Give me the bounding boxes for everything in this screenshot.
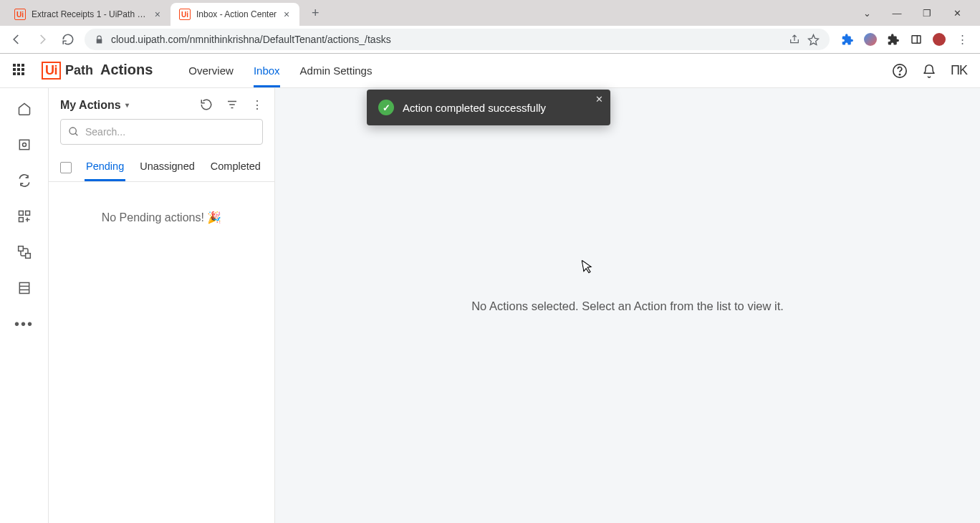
toast-message: Action completed successfully — [403, 102, 546, 114]
user-initials[interactable]: ΠK — [951, 63, 967, 78]
search-icon — [68, 126, 80, 138]
select-all-checkbox[interactable] — [60, 162, 72, 173]
svg-rect-9 — [18, 246, 23, 251]
connections-icon[interactable] — [16, 244, 32, 260]
svg-rect-6 — [19, 211, 23, 216]
svg-line-18 — [75, 133, 77, 135]
app-launcher-icon[interactable] — [13, 64, 27, 78]
apps-add-icon[interactable] — [16, 208, 32, 224]
svg-rect-11 — [19, 283, 29, 294]
logo-path: Path — [65, 63, 93, 78]
nav-admin-settings[interactable]: Admin Settings — [300, 54, 373, 87]
reload-button[interactable] — [59, 30, 77, 49]
browser-chrome: Ui Extract Receipts 1 - UiPath Studio × … — [0, 0, 980, 54]
inbox-header: My Actions ▾ ⋮ — [49, 88, 274, 119]
tab-completed[interactable]: Completed — [209, 153, 262, 181]
svg-rect-7 — [25, 211, 29, 216]
sync-icon[interactable] — [16, 173, 32, 188]
svg-rect-10 — [25, 254, 30, 259]
back-button[interactable] — [7, 30, 26, 49]
inbox-panel: My Actions ▾ ⋮ Pendi — [49, 88, 275, 523]
empty-state: No Pending actions! 🎉 — [49, 182, 274, 253]
logo[interactable]: UiPath Actions — [42, 62, 153, 80]
svg-point-17 — [69, 128, 76, 134]
success-toast: ✓ Action completed successfully ✕ — [367, 90, 610, 125]
filter-icon[interactable] — [226, 98, 239, 112]
svg-rect-4 — [19, 140, 29, 149]
profile-avatar-icon[interactable] — [933, 33, 946, 46]
left-rail: ••• — [0, 88, 49, 523]
svg-point-5 — [22, 143, 26, 147]
my-actions-dropdown[interactable]: My Actions ▾ — [60, 99, 129, 112]
tab-unassigned[interactable]: Unassigned — [138, 153, 196, 181]
header-nav: Overview Inbox Admin Settings — [188, 54, 372, 87]
close-icon[interactable]: × — [282, 9, 291, 20]
logo-app: Actions — [100, 62, 153, 78]
maximize-icon[interactable]: ❐ — [918, 8, 936, 19]
minimize-icon[interactable]: — — [888, 8, 905, 19]
empty-text: No Pending actions! — [102, 211, 204, 224]
svg-rect-0 — [912, 36, 921, 44]
bell-icon[interactable] — [922, 64, 936, 78]
app-body: ••• My Actions ▾ ⋮ — [0, 88, 980, 523]
lock-icon — [95, 35, 104, 44]
target-icon[interactable] — [16, 137, 32, 153]
inbox-header-actions: ⋮ — [200, 98, 263, 112]
help-icon[interactable] — [892, 63, 908, 79]
nav-inbox[interactable]: Inbox — [254, 54, 280, 87]
search-input[interactable] — [85, 126, 255, 138]
tab-title: Inbox - Action Center — [196, 9, 277, 19]
search-wrap — [49, 119, 274, 153]
search-box[interactable] — [60, 119, 263, 145]
chevron-down-icon[interactable]: ⌄ — [858, 8, 875, 19]
forward-button[interactable] — [33, 30, 52, 49]
uipath-favicon: Ui — [14, 9, 26, 20]
kebab-menu-icon[interactable]: ⋮ — [251, 98, 263, 112]
caret-down-icon: ▾ — [125, 101, 129, 109]
svg-rect-8 — [19, 218, 23, 222]
new-tab-button[interactable]: + — [305, 3, 325, 23]
star-icon[interactable] — [807, 34, 820, 46]
nav-overview[interactable]: Overview — [188, 54, 234, 87]
uipath-favicon: Ui — [179, 9, 191, 20]
tab-title: Extract Receipts 1 - UiPath Studio — [32, 9, 148, 19]
extension-puzzle-icon[interactable] — [841, 33, 854, 46]
check-circle-icon: ✓ — [378, 100, 394, 115]
no-selection-message: No Actions selected. Select an Action fr… — [471, 299, 784, 313]
url-text: cloud.uipath.com/nmnithinkrishna/Default… — [111, 34, 782, 45]
app-header: UiPath Actions Overview Inbox Admin Sett… — [0, 54, 980, 88]
extension-icons: ⋮ — [837, 33, 973, 46]
svg-point-3 — [899, 74, 900, 75]
refresh-icon[interactable] — [200, 98, 213, 112]
main-area: No Actions selected. Select an Action fr… — [275, 88, 980, 523]
extension-icon[interactable] — [864, 33, 877, 46]
more-icon[interactable]: ••• — [16, 316, 32, 332]
storage-icon[interactable] — [16, 280, 32, 296]
sidepanel-icon[interactable] — [910, 33, 923, 46]
url-input[interactable]: cloud.uipath.com/nmnithinkrishna/Default… — [85, 29, 830, 50]
close-window-icon[interactable]: ✕ — [948, 8, 966, 19]
browser-tab[interactable]: Ui Extract Receipts 1 - UiPath Studio × — [6, 3, 170, 26]
close-icon[interactable]: ✕ — [595, 94, 603, 105]
logo-ui: Ui — [42, 62, 61, 80]
browser-tab-active[interactable]: Ui Inbox - Action Center × — [170, 3, 299, 26]
home-icon[interactable] — [16, 101, 32, 117]
tab-bar: Ui Extract Receipts 1 - UiPath Studio × … — [0, 0, 980, 26]
tab-pending[interactable]: Pending — [85, 153, 125, 181]
header-right: ΠK — [892, 63, 967, 79]
share-icon[interactable] — [789, 34, 800, 45]
window-controls: ⌄ — ❐ ✕ — [858, 8, 974, 19]
close-icon[interactable]: × — [153, 9, 162, 20]
address-bar: cloud.uipath.com/nmnithinkrishna/Default… — [0, 26, 980, 53]
extension-puzzle-icon[interactable] — [887, 33, 900, 46]
inbox-tabs: Pending Unassigned Completed — [49, 153, 274, 182]
kebab-menu-icon[interactable]: ⋮ — [956, 33, 969, 46]
my-actions-label: My Actions — [60, 99, 121, 112]
party-popper-icon: 🎉 — [207, 211, 221, 224]
